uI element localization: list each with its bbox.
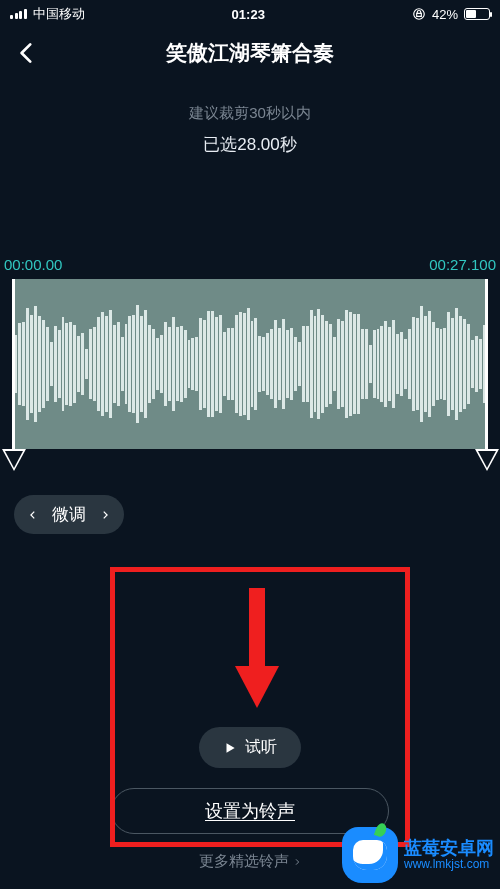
- battery-pct: 42%: [432, 7, 458, 22]
- nav-header: 笑傲江湖琴箫合奏: [0, 28, 500, 78]
- play-icon: [223, 741, 237, 755]
- clock: 01:23: [232, 7, 265, 22]
- preview-button[interactable]: 试听: [199, 727, 301, 768]
- signal-icon: [10, 9, 27, 19]
- time-start: 00:00.00: [4, 256, 62, 273]
- chevron-right-icon: [100, 508, 110, 522]
- waveform-editor: 00:00.00 00:27.100: [0, 256, 500, 449]
- watermark: 蓝莓安卓网 www.lmkjst.com: [342, 827, 494, 883]
- status-bar: 中国移动 01:23 42%: [0, 0, 500, 28]
- carrier-label: 中国移动: [33, 5, 85, 23]
- preview-label: 试听: [245, 737, 277, 758]
- battery-icon: [464, 8, 490, 20]
- fine-tune-label: 微调: [52, 503, 86, 526]
- trim-handle-left[interactable]: [12, 279, 15, 449]
- page-title: 笑傲江湖琴箫合奏: [166, 39, 334, 67]
- waveform-area[interactable]: [0, 279, 500, 449]
- trim-hint: 建议裁剪30秒以内: [0, 104, 500, 123]
- time-labels: 00:00.00 00:27.100: [0, 256, 500, 273]
- chevron-left-icon: [28, 508, 38, 522]
- watermark-url: www.lmkjst.com: [404, 858, 489, 871]
- watermark-name: 蓝莓安卓网: [404, 839, 494, 859]
- svg-rect-1: [249, 588, 265, 670]
- watermark-text: 蓝莓安卓网 www.lmkjst.com: [404, 839, 494, 872]
- orientation-lock-icon: [412, 7, 426, 21]
- svg-marker-2: [235, 666, 279, 708]
- time-end: 00:27.100: [429, 256, 496, 273]
- chevron-right-icon: [293, 856, 301, 868]
- watermark-logo: [342, 827, 398, 883]
- fine-tune-button[interactable]: 微调: [14, 495, 124, 534]
- annotation-arrow: [235, 588, 279, 708]
- back-button[interactable]: [14, 40, 40, 66]
- trim-handle-right[interactable]: [485, 279, 488, 449]
- more-ringtones-link[interactable]: 更多精选铃声: [199, 852, 301, 871]
- status-right: 42%: [412, 7, 490, 22]
- more-label: 更多精选铃声: [199, 852, 289, 871]
- set-ringtone-label: 设置为铃声: [205, 799, 295, 823]
- svg-marker-3: [227, 743, 235, 752]
- status-left: 中国移动: [10, 5, 85, 23]
- waveform: [14, 279, 486, 449]
- selected-duration: 已选28.00秒: [0, 133, 500, 156]
